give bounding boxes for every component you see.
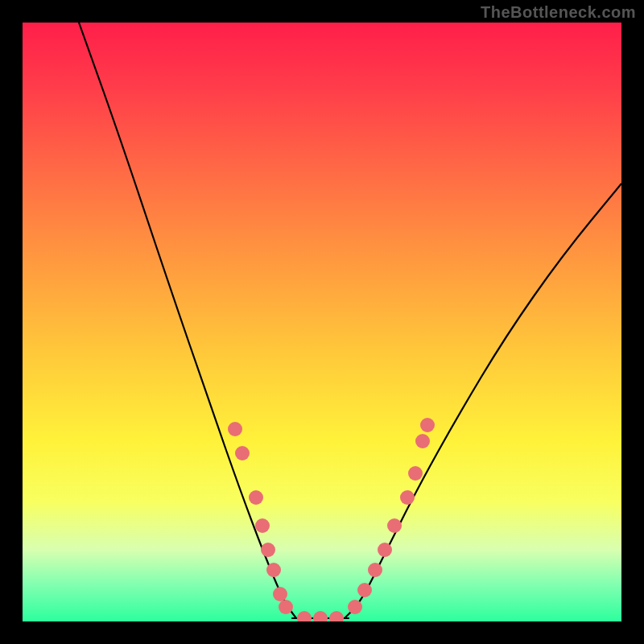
plot-area [23,23,621,621]
data-dot [279,600,293,614]
data-dot [415,434,430,448]
data-dot [400,490,415,505]
data-dot [348,600,362,614]
data-dot [420,418,435,432]
chart-frame: TheBottleneck.com [0,0,644,644]
data-dot [261,543,275,557]
data-dot [368,563,382,577]
watermark-text: TheBottleneck.com [481,3,636,22]
data-dot [297,611,312,621]
data-dot [273,587,287,601]
data-dot [387,518,402,533]
data-dot [235,446,250,460]
data-dot [329,611,344,621]
data-dot [408,466,423,481]
data-dot [357,583,372,597]
data-dot [255,518,270,533]
data-dot [249,490,263,505]
bottleneck-curve-svg [23,23,621,621]
data-dot [266,563,281,577]
data-dot [378,543,392,557]
data-dot [313,611,328,621]
data-dot [228,422,242,436]
data-dots [228,418,435,621]
